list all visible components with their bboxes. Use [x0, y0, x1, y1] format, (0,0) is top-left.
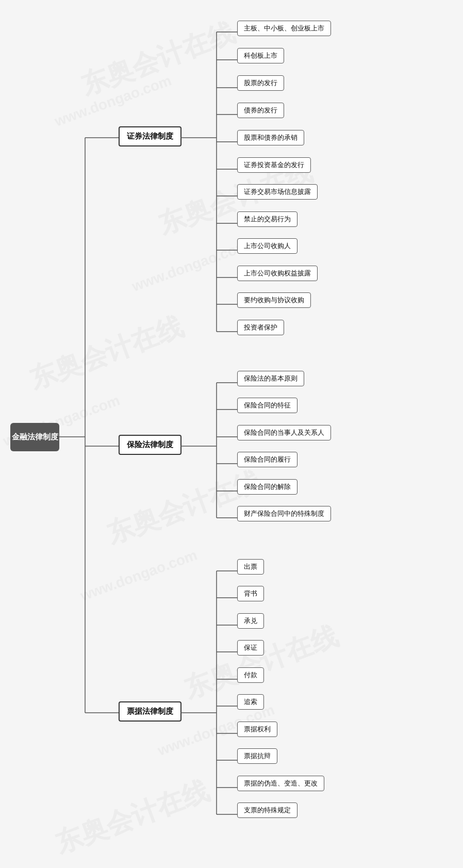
leaf-node: 股票和债券的承销 — [237, 130, 304, 145]
mindmap-container: 东奥会计在线 www.dongao.com 东奥会计在线 www.dongao.… — [0, 0, 463, 868]
branch2-node: 保险法律制度 — [119, 435, 181, 455]
leaf-node: 保险合同的解除 — [237, 479, 297, 495]
leaf-node: 主板、中小板、创业板上市 — [237, 21, 331, 36]
branch1-node: 证券法律制度 — [119, 126, 181, 146]
leaf-node: 保险合同的履行 — [237, 452, 297, 467]
leaf-node: 出票 — [237, 559, 264, 575]
leaf-node: 上市公司收购人 — [237, 238, 297, 254]
leaf-node: 保险合同的特征 — [237, 398, 297, 413]
leaf-node: 禁止的交易行为 — [237, 211, 297, 227]
branch1-label: 证券法律制度 — [127, 132, 173, 140]
leaf-node: 保险合同的当事人及关系人 — [237, 425, 331, 440]
leaf-node: 票据的伪造、变造、更改 — [237, 776, 324, 791]
leaf-node: 债券的发行 — [237, 103, 284, 118]
leaf-node: 证券交易市场信息披露 — [237, 184, 318, 200]
root-label: 金融法律制度 — [12, 432, 58, 442]
branch3-label: 票据法律制度 — [127, 707, 173, 715]
leaf-node: 保险法的基本原则 — [237, 371, 304, 386]
leaf-node: 科创板上市 — [237, 48, 284, 63]
leaf-node: 财产保险合同中的特殊制度 — [237, 506, 331, 521]
branch3-node: 票据法律制度 — [119, 701, 181, 722]
leaf-node: 保证 — [237, 640, 264, 656]
leaf-node: 票据权利 — [237, 722, 277, 737]
leaf-node: 背书 — [237, 586, 264, 601]
root-node: 金融法律制度 — [10, 423, 59, 451]
branch2-label: 保险法律制度 — [127, 440, 173, 449]
watermark: 东奥会计在线 www.dongao.com 东奥会计在线 www.dongao.… — [0, 0, 463, 868]
leaf-node: 追索 — [237, 694, 264, 710]
leaf-node: 上市公司收购权益披露 — [237, 266, 318, 281]
leaf-node: 要约收购与协议收购 — [237, 292, 311, 308]
leaf-node: 承兑 — [237, 613, 264, 629]
leaf-node: 股票的发行 — [237, 75, 284, 91]
leaf-node: 付款 — [237, 667, 264, 683]
leaf-node: 票据抗辩 — [237, 748, 277, 764]
leaf-node: 证券投资基金的发行 — [237, 157, 311, 173]
leaf-node: 支票的特殊规定 — [237, 803, 297, 818]
connector-lines — [0, 0, 463, 868]
leaf-node: 投资者保护 — [237, 320, 284, 335]
